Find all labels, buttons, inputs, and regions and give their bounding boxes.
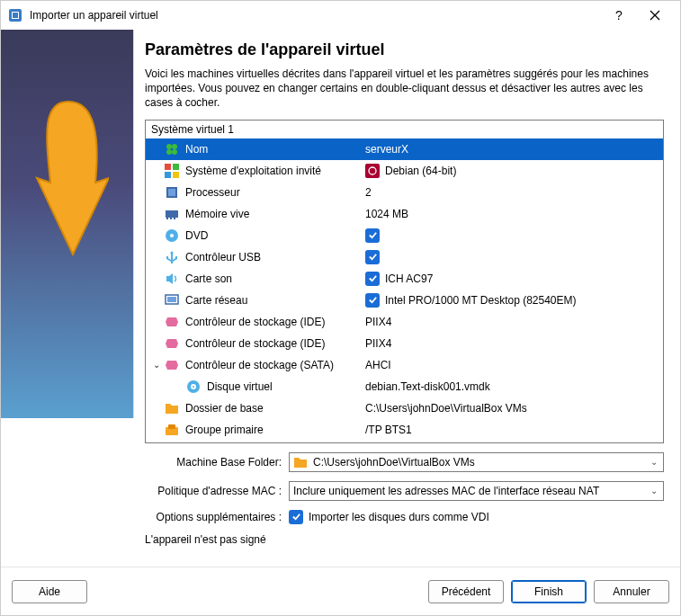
svg-rect-26: [168, 424, 175, 429]
tree-row-network[interactable]: Carte réseau Intel PRO/1000 MT Desktop (…: [146, 290, 663, 311]
tree-row-basefolder[interactable]: Dossier de base C:\Users\johnDoe\Virtual…: [146, 397, 663, 419]
clover-icon: [164, 141, 180, 157]
base-folder-combo[interactable]: C:\Users\johnDoe\VirtualBox VMs ⌄: [289, 452, 664, 472]
os-grid-icon: [164, 163, 180, 179]
row-value: serveurX: [365, 143, 663, 156]
svg-point-4: [172, 144, 177, 149]
form-row-extra-options: Options supplémentaires : Importer les d…: [145, 510, 664, 524]
tree-system-header[interactable]: Système virtuel 1: [146, 121, 663, 138]
close-button[interactable]: [637, 3, 673, 28]
signature-note: L'appareil n'est pas signé: [145, 533, 664, 546]
svg-rect-13: [168, 189, 175, 196]
mac-policy-label: Politique d'adresse MAC :: [145, 485, 289, 497]
tree-row-ram[interactable]: Mémoire vive 1024 MB: [146, 203, 663, 225]
row-value: [365, 228, 663, 243]
app-icon: [8, 8, 22, 22]
network-icon: [164, 292, 180, 308]
row-value: Intel PRO/1000 MT Desktop (82540EM): [365, 293, 663, 308]
ram-icon: [164, 206, 180, 222]
row-label: Groupe primaire: [185, 424, 365, 436]
cancel-button[interactable]: Annuler: [594, 580, 669, 603]
hard-disk-icon: [185, 379, 202, 395]
extra-options-label: Options supplémentaires :: [145, 511, 289, 523]
tree-row-ide1[interactable]: Contrôleur de stockage (IDE) PIIX4: [146, 311, 663, 333]
checkbox-checked-icon[interactable]: [365, 250, 380, 264]
combo-value: C:\Users\johnDoe\VirtualBox VMs: [313, 456, 475, 469]
extra-option-text: Importer les disques durs comme VDI: [309, 511, 489, 523]
row-value-text: Intel PRO/1000 MT Desktop (82540EM): [385, 294, 577, 307]
settings-tree[interactable]: Système virtuel 1 Nom serveurX Système d…: [145, 120, 664, 443]
folder-icon: [293, 456, 308, 469]
svg-rect-9: [165, 172, 171, 178]
page-title: Paramètres de l'appareil virtuel: [145, 40, 664, 59]
svg-rect-21: [167, 297, 176, 302]
help-button[interactable]: ?: [601, 3, 637, 28]
row-value-text: Debian (64-bit): [385, 165, 456, 177]
row-value-text: ICH AC97: [385, 272, 433, 285]
cpu-icon: [164, 184, 180, 201]
tree-row-sound[interactable]: Carte son ICH AC97: [146, 268, 663, 290]
row-label: DVD: [185, 229, 365, 242]
tree-row-cpu[interactable]: Processeur 2: [146, 182, 663, 203]
folder-icon: [164, 400, 180, 416]
row-label: Contrôleur USB: [185, 251, 365, 263]
content-area: Paramètres de l'appareil virtuel Voici l…: [1, 30, 680, 567]
svg-rect-17: [174, 218, 175, 219]
wizard-banner: [1, 30, 134, 418]
row-label: Disque virtuel: [207, 380, 365, 393]
storage-controller-icon: [164, 335, 180, 352]
row-value: [365, 250, 663, 264]
svg-rect-7: [165, 164, 171, 170]
tree-row-guest-os[interactable]: Système d'exploitation invité Debian (64…: [146, 160, 663, 182]
row-value: debian.Text-disk001.vmdk: [365, 380, 663, 393]
tree-row-dvd[interactable]: DVD: [146, 225, 663, 246]
dialog-footer: Aide Précédent Finish Annuler: [1, 567, 680, 615]
tree-row-sata[interactable]: ⌄ Contrôleur de stockage (SATA) AHCI: [146, 354, 663, 376]
row-value: AHCI: [365, 359, 663, 371]
row-value: ICH AC97: [365, 272, 663, 286]
page-description: Voici les machines virtuelles décrites d…: [145, 67, 664, 111]
checkbox-checked-icon[interactable]: [365, 228, 380, 243]
checkbox-checked-icon[interactable]: [365, 293, 380, 308]
tree-row-name[interactable]: Nom serveurX: [146, 138, 663, 160]
chevron-down-icon: ⌄: [650, 486, 658, 495]
tree-row-ide2[interactable]: Contrôleur de stockage (IDE) PIIX4: [146, 333, 663, 354]
chevron-down-icon: ⌄: [650, 457, 658, 467]
svg-point-19: [170, 234, 174, 237]
row-value: C:\Users\johnDoe\VirtualBox VMs: [365, 402, 663, 415]
row-label: Contrôleur de stockage (IDE): [185, 337, 365, 350]
base-folder-label: Machine Base Folder:: [145, 456, 289, 469]
row-label: Dossier de base: [185, 402, 365, 415]
row-value: 1024 MB: [365, 208, 663, 220]
import-vdi-checkbox[interactable]: [289, 510, 303, 524]
svg-point-6: [172, 149, 177, 155]
row-label: Contrôleur de stockage (SATA): [185, 359, 365, 371]
finish-button[interactable]: Finish: [511, 580, 587, 603]
arrow-icon: [28, 93, 109, 272]
tree-row-vdisk[interactable]: Disque virtuel debian.Text-disk001.vmdk: [146, 376, 663, 397]
back-button[interactable]: Précédent: [428, 580, 504, 603]
form-row-base-folder: Machine Base Folder: C:\Users\johnDoe\Vi…: [145, 452, 664, 472]
row-value: PIIX4: [365, 337, 663, 350]
mac-policy-combo[interactable]: Inclure uniquement les adresses MAC de l…: [289, 481, 664, 501]
svg-rect-8: [173, 164, 179, 170]
checkbox-checked-icon[interactable]: [365, 272, 380, 286]
tree-row-usb[interactable]: Contrôleur USB: [146, 246, 663, 268]
tree-row-group[interactable]: Groupe primaire /TP BTS1: [146, 419, 663, 441]
row-label: Mémoire vive: [185, 208, 365, 220]
row-value: Debian (64-bit): [365, 164, 663, 178]
svg-point-3: [166, 144, 172, 149]
svg-rect-15: [166, 218, 168, 219]
row-label: Carte réseau: [185, 294, 365, 307]
row-label: Carte son: [185, 272, 365, 285]
group-icon: [164, 422, 180, 438]
svg-rect-10: [173, 172, 179, 178]
speaker-icon: [164, 271, 180, 287]
chevron-down-icon[interactable]: ⌄: [151, 360, 162, 370]
row-value: /TP BTS1: [365, 424, 663, 436]
svg-point-24: [193, 386, 194, 388]
row-label: Contrôleur de stockage (IDE): [185, 316, 365, 328]
row-value: PIIX4: [365, 316, 663, 328]
main-panel: Paramètres de l'appareil virtuel Voici l…: [134, 30, 680, 567]
help-footer-button[interactable]: Aide: [12, 580, 87, 603]
